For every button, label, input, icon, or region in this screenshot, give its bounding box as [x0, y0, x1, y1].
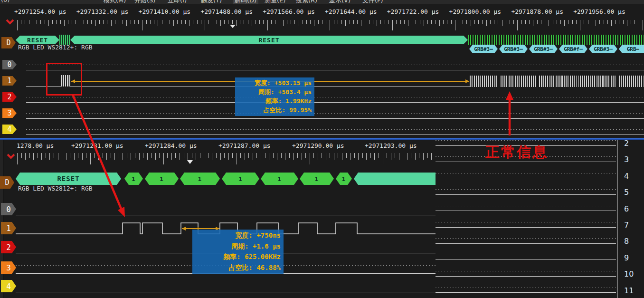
channel-tag-2[interactable]: 2 — [1, 241, 16, 253]
channel-number-11: 11 — [624, 286, 634, 295]
channel-tag-3[interactable]: 3 — [1, 261, 16, 274]
timeline-tick — [208, 153, 208, 158]
timeline-tick — [619, 20, 619, 24]
timeline-tick — [82, 153, 83, 160]
timeline-tick — [119, 153, 119, 158]
timeline-tick — [370, 153, 371, 158]
timeline-tick — [549, 20, 549, 26]
timeline-tick — [37, 20, 37, 24]
timeline-tick — [513, 20, 514, 24]
decode-bit-segment: 1 — [222, 173, 259, 185]
menu-item-7[interactable]: 搜索(R) — [296, 0, 317, 4]
timeline-tick — [127, 153, 127, 158]
timeline-tick — [588, 20, 588, 24]
channel-4-dotted-line — [26, 129, 644, 130]
menu-item-9[interactable]: 文件(F) — [362, 0, 383, 4]
tooltip-row: 频率: 625.00KHz — [193, 252, 281, 263]
timeline-tick — [478, 20, 479, 24]
timeline-tick — [159, 153, 160, 158]
timeline-tick — [205, 20, 205, 30]
timeline-tick — [17, 20, 18, 30]
timeline-tick — [459, 20, 459, 24]
timeline-tick — [427, 20, 428, 24]
timeline-tick — [217, 20, 217, 24]
decoder-channel-tag[interactable]: D — [1, 37, 16, 48]
timeline-tick — [607, 20, 608, 24]
timeline-tick — [436, 20, 436, 24]
timeline-tick — [392, 20, 393, 30]
menu-item-8[interactable]: 显示(V) — [329, 0, 350, 4]
timeline-tick — [228, 20, 228, 24]
top-timeline-label: +2971878.00 µs — [511, 8, 563, 15]
timeline-tick — [330, 153, 330, 158]
timeline-tick — [87, 20, 88, 24]
channel-6-signal-line — [436, 211, 616, 211]
timeline-tick — [350, 153, 350, 160]
tooltip-row: 宽度: +503.15 µs — [236, 78, 312, 87]
left-edge-strip — [0, 140, 3, 298]
timeline-tick — [21, 153, 22, 158]
timeline-tick — [46, 153, 46, 158]
timeline-tick — [98, 153, 99, 160]
channel-tag-4[interactable]: 4 — [1, 280, 16, 292]
top-timeline-label: +2971332.00 µs — [76, 8, 129, 15]
timeline-tick — [245, 153, 245, 160]
bottom-timeline-label: +2971290.00 µs — [292, 142, 344, 149]
channel-2-dotted-line — [436, 140, 616, 141]
timeline-tick — [407, 153, 407, 160]
menu-item-5[interactable]: 解码(D) — [233, 0, 258, 4]
decode-packet-grb: GRB#3⋯ — [469, 45, 498, 53]
timeline-tick — [416, 20, 416, 24]
decode-bit-segment: 1 — [300, 173, 334, 185]
menu-item-6[interactable]: 测量(E) — [265, 0, 285, 4]
timeline-tick — [213, 20, 213, 24]
channel-tag-2[interactable]: 2 — [2, 92, 17, 102]
timeline-tick — [399, 153, 399, 160]
bottom-timeline-label: +2971287.00 µs — [218, 142, 271, 149]
timeline-tick — [56, 20, 57, 24]
timeline-tick — [521, 20, 522, 24]
menu-item-1[interactable]: 模式(M) — [104, 0, 126, 4]
menu-item-3[interactable]: 立即(I) — [168, 0, 187, 4]
decoder-channel-tag[interactable]: D — [0, 176, 14, 189]
decode-bit-segment: 1 — [261, 173, 298, 185]
timeline-tick — [611, 20, 612, 26]
timeline-tick — [154, 20, 154, 24]
timeline-tick — [423, 153, 424, 160]
timeline-tick — [232, 153, 233, 158]
timeline-tick — [568, 20, 568, 24]
channel-tag-0[interactable]: 0 — [1, 203, 16, 215]
timeline-tick — [326, 20, 326, 24]
timeline-tick — [306, 20, 307, 24]
timeline-tick — [431, 153, 432, 160]
timeline-tick — [338, 153, 338, 158]
timeline-tick — [197, 20, 198, 24]
timeline-tick — [62, 153, 62, 158]
timeline-tick — [228, 153, 229, 160]
channel-11-dotted-line — [436, 288, 616, 288]
timeline-tick — [279, 20, 279, 24]
timeline-tick — [289, 153, 290, 158]
channel-tag-1[interactable]: 1 — [1, 222, 16, 234]
bottom-timeline-label: +2971284.00 µs — [145, 142, 197, 149]
decode-packet-grb: GRB#3⋯ — [529, 45, 558, 53]
timeline-tick — [123, 153, 123, 160]
channel-number-7: 7 — [624, 221, 629, 230]
timeline-tick — [391, 153, 391, 160]
menu-item-4[interactable]: 触发(T) — [201, 0, 222, 4]
channel-4-dotted-line — [16, 284, 436, 284]
timeline-tick — [134, 20, 135, 24]
channel-tag-4[interactable]: 4 — [2, 125, 17, 134]
timeline-tick — [196, 153, 196, 160]
channel-tag-3[interactable]: 3 — [2, 108, 17, 118]
timeline-tick — [142, 20, 142, 30]
channel-tag-1[interactable]: 1 — [2, 76, 17, 86]
channel-tag-0[interactable]: 0 — [2, 60, 17, 69]
timeline-tick — [627, 20, 627, 26]
timeline-tick — [293, 153, 294, 160]
decode-segment-reset-tail — [354, 173, 436, 185]
timeline-tick — [126, 20, 127, 26]
timeline-tick — [33, 153, 34, 160]
timeline-tick — [643, 20, 643, 30]
menu-item-2[interactable]: 开始(S) — [134, 0, 155, 4]
